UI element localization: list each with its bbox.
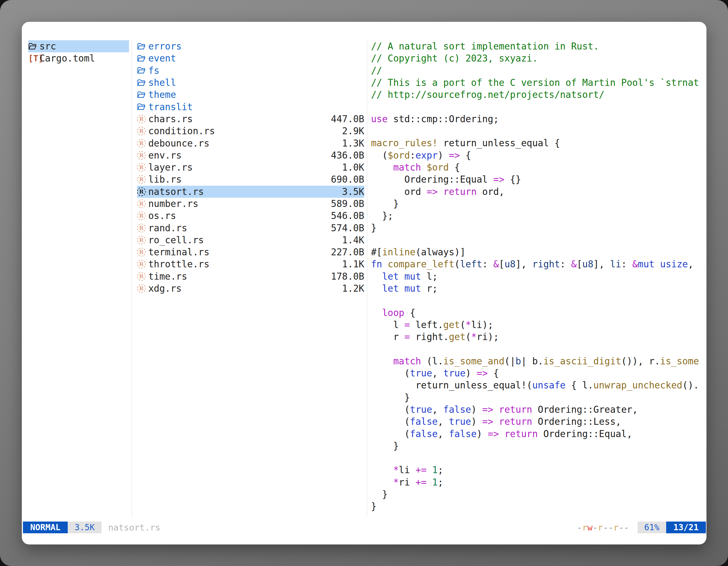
file-icon-cell xyxy=(137,91,148,98)
file-size: 1.2K xyxy=(342,283,364,294)
file-row[interactable]: Rcondition.rs2.9K xyxy=(137,125,364,137)
folder-icon xyxy=(137,43,145,50)
code-line: ($ord:expr) => { xyxy=(371,149,706,161)
file-icon-cell: R xyxy=(137,224,148,233)
code-line: *li += 1; xyxy=(371,464,706,476)
status-bar: NORMAL 3.5K natsort.rs -rw-r--r-- 61% 13… xyxy=(23,522,706,533)
rust-file-icon: R xyxy=(137,127,146,135)
file-name: ro_cell.rs xyxy=(148,235,340,246)
parent-directory-pane[interactable]: src[T]Cargo.toml xyxy=(28,40,129,65)
file-icon-cell xyxy=(28,43,39,50)
file-name: shell xyxy=(148,77,362,88)
rust-file-icon: R xyxy=(137,212,146,220)
file-permissions: -rw-r--r-- xyxy=(577,522,629,532)
file-icon-cell xyxy=(137,79,148,86)
file-name: time.rs xyxy=(148,271,329,282)
code-line: macro_rules! return_unless_equal { xyxy=(371,137,706,149)
file-row[interactable]: Rnumber.rs589.0B xyxy=(137,198,364,210)
file-name: layer.rs xyxy=(148,162,340,173)
folder-row[interactable]: errors xyxy=(137,40,364,52)
file-size: 1.0K xyxy=(342,162,364,173)
file-name: number.rs xyxy=(148,198,329,209)
file-size: 1.4K xyxy=(342,235,364,246)
file-row[interactable]: Rnatsort.rs3.5K xyxy=(137,186,364,198)
file-icon-cell: R xyxy=(137,284,148,293)
file-preview-pane[interactable]: // A natural sort implementation in Rust… xyxy=(371,40,706,519)
file-row[interactable]: Rlayer.rs1.0K xyxy=(137,161,364,173)
file-icon-cell: R xyxy=(137,163,148,172)
file-row[interactable]: Rterminal.rs227.0B xyxy=(137,246,364,258)
file-size: 574.0B xyxy=(331,223,364,234)
folder-row[interactable]: translit xyxy=(137,101,364,113)
folder-icon xyxy=(137,67,145,74)
rust-file-icon: R xyxy=(137,187,146,196)
rust-file-icon: R xyxy=(137,260,146,269)
code-line: Ordering::Equal => {} xyxy=(371,173,706,186)
folder-row[interactable]: theme xyxy=(137,89,364,101)
rust-file-icon: R xyxy=(137,236,146,245)
file-icon-cell xyxy=(137,67,148,74)
code-line: }; xyxy=(371,210,706,222)
code-line: let mut l; xyxy=(371,271,706,283)
code-line: } xyxy=(371,198,706,210)
code-line: } xyxy=(371,391,706,403)
file-row[interactable]: Renv.rs436.0B xyxy=(137,149,364,161)
folder-row[interactable]: src xyxy=(28,40,129,52)
pane-divider-left xyxy=(131,39,132,516)
file-icon-cell: R xyxy=(137,115,148,123)
file-name: src xyxy=(39,41,129,52)
current-directory-pane[interactable]: errors event fs shell theme translitRcha… xyxy=(137,40,364,294)
file-name: translit xyxy=(148,102,362,112)
file-row[interactable]: Rchars.rs447.0B xyxy=(137,113,364,125)
folder-row[interactable]: shell xyxy=(137,77,364,89)
folder-row[interactable]: event xyxy=(137,52,364,64)
file-size: 447.0B xyxy=(331,114,364,125)
file-icon-cell: R xyxy=(137,175,148,184)
folder-icon xyxy=(137,79,145,86)
file-icon-cell: R xyxy=(137,212,148,220)
file-size: 2.9K xyxy=(342,126,364,137)
rust-file-icon: R xyxy=(137,224,146,233)
mode-badge: NORMAL xyxy=(23,522,68,533)
file-row[interactable]: Rdebounce.rs1.3K xyxy=(137,137,364,149)
file-row[interactable]: [T]Cargo.toml xyxy=(28,52,129,64)
file-name: condition.rs xyxy=(148,126,340,137)
file-row[interactable]: Rtime.rs178.0B xyxy=(137,271,364,283)
rust-file-icon: R xyxy=(137,272,146,281)
code-line: // This is a port of the C version of Ma… xyxy=(371,77,706,89)
code-line: fn compare_left(left: &[u8], right: &[u8… xyxy=(371,258,706,270)
file-row[interactable]: Rthrottle.rs1.1K xyxy=(137,258,364,270)
file-name: natsort.rs xyxy=(148,186,340,197)
file-row[interactable]: Ros.rs546.0B xyxy=(137,210,364,222)
file-icon-cell: R xyxy=(137,200,148,208)
file-name: Cargo.toml xyxy=(39,53,129,64)
code-line: } xyxy=(371,222,706,234)
code-line: } xyxy=(371,500,706,512)
file-name: errors xyxy=(148,41,362,52)
code-line: *ri += 1; xyxy=(371,476,706,488)
desktop-backdrop: src[T]Cargo.toml errors event fs shell t… xyxy=(0,0,728,566)
file-name: theme xyxy=(148,89,362,100)
code-line: // A natural sort implementation in Rust… xyxy=(371,40,706,52)
code-line: (true, true) => { xyxy=(371,367,706,379)
file-name: env.rs xyxy=(148,150,329,161)
code-line: } xyxy=(371,440,706,452)
file-size: 436.0B xyxy=(331,150,364,161)
file-row[interactable]: Rlib.rs690.0B xyxy=(137,173,364,186)
file-size: 227.0B xyxy=(331,247,364,258)
file-row[interactable]: Rrand.rs574.0B xyxy=(137,222,364,234)
code-line xyxy=(371,343,706,355)
file-icon-cell: R xyxy=(137,127,148,135)
folder-row[interactable]: fs xyxy=(137,65,364,77)
rust-file-icon: R xyxy=(137,139,146,148)
file-row[interactable]: Rro_cell.rs1.4K xyxy=(137,234,364,246)
code-line xyxy=(371,294,706,306)
code-line: ord => return ord, xyxy=(371,186,706,198)
folder-icon xyxy=(137,103,145,111)
file-row[interactable]: Rxdg.rs1.2K xyxy=(137,283,364,294)
file-icon-cell: R xyxy=(137,151,148,160)
rust-file-icon: R xyxy=(137,200,146,208)
code-line: } xyxy=(371,488,706,500)
file-icon-cell: R xyxy=(137,248,148,257)
folder-icon xyxy=(137,91,145,98)
